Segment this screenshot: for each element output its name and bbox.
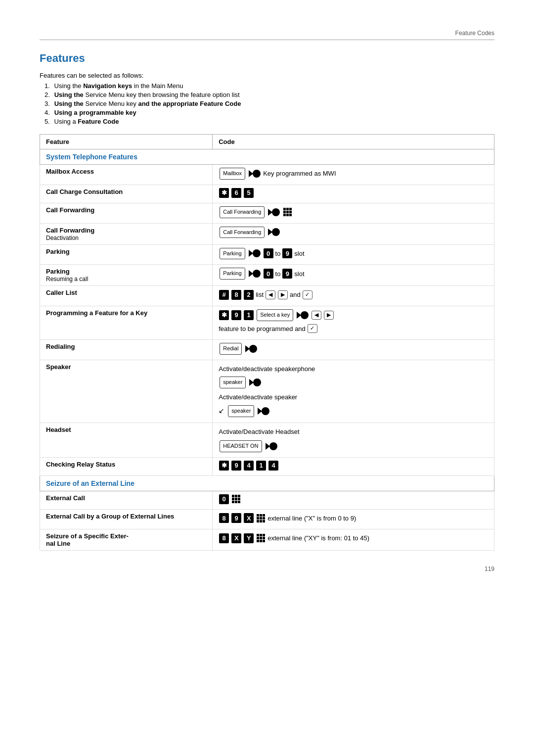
- col-code: Code: [213, 135, 494, 149]
- table-row: Call Forwarding Call Forwarding: [40, 203, 494, 223]
- table-row: Headset Activate/Deactivate Headset HEAD…: [40, 423, 494, 457]
- col-feature: Feature: [40, 135, 213, 149]
- list-item: 2. Using the Service Menu key then brows…: [44, 91, 494, 98]
- table-row: Parking Resuming a call Parking 0 to 9 s…: [40, 265, 494, 286]
- table-row: Parking Parking 0 to 9 slot: [40, 244, 494, 265]
- page-title: Features: [40, 52, 494, 65]
- table-row: External Call 0: [40, 491, 494, 509]
- table-row: Checking Relay Status ✱ 9 4 1 4: [40, 457, 494, 475]
- table-row: Seizure of a Specific Exter- nal Line 8 …: [40, 529, 494, 551]
- list-item: 5. Using a Feature Code: [44, 118, 494, 125]
- intro-prefix: Features can be selected as follows:: [40, 72, 494, 79]
- table-row: Call Forwarding Deactivation Call Forwar…: [40, 223, 494, 244]
- page-number: 119: [40, 566, 494, 572]
- feature-table: Feature Code System Telephone Features M…: [40, 134, 494, 551]
- list-item: 1. Using the Navigation keys in the Main…: [44, 82, 494, 90]
- table-row: Redialing Redial: [40, 339, 494, 360]
- table-row: External Call by a Group of External Lin…: [40, 509, 494, 529]
- table-row: Call Charge Consultation ✱ 6 5: [40, 185, 494, 203]
- table-row: Caller List # 8 2 list ◀ ▶ and ✓: [40, 286, 494, 306]
- table-row: Mailbox Access Mailbox Key programmed as…: [40, 165, 494, 185]
- intro-list: 1. Using the Navigation keys in the Main…: [44, 82, 494, 125]
- page-header: Feature Codes: [40, 30, 494, 40]
- list-item: 3. Using the Service Menu key and the ap…: [44, 100, 494, 107]
- list-item: 4. Using a programmable key: [44, 109, 494, 116]
- table-row: Speaker Activate/deactivate speakerphone…: [40, 360, 494, 423]
- section-seizure: Seizure of an External Line: [40, 475, 494, 491]
- table-row: Programming a Feature for a Key ✱ 9 1 Se…: [40, 306, 494, 339]
- section-system-telephone: System Telephone Features: [40, 149, 494, 165]
